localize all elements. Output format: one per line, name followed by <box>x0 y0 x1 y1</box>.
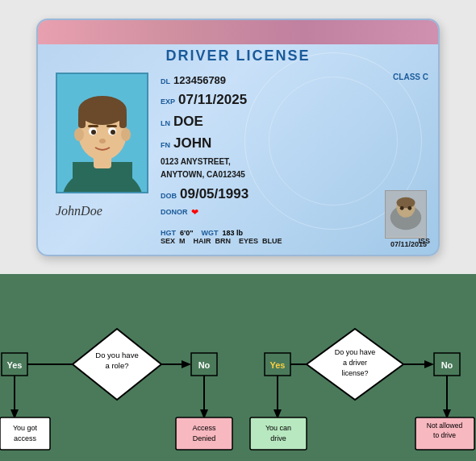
svg-text:Yes: Yes <box>270 360 286 370</box>
svg-point-20 <box>396 197 415 207</box>
svg-text:Access: Access <box>192 424 216 432</box>
svg-text:You can: You can <box>265 424 291 432</box>
svg-text:You got: You got <box>13 424 38 432</box>
card-title: DRIVER LICENSE <box>38 48 438 64</box>
svg-rect-15 <box>106 125 117 127</box>
signature: JohnDoe <box>56 204 148 218</box>
svg-rect-7 <box>119 110 127 128</box>
svg-rect-23 <box>0 274 476 461</box>
svg-text:to drive: to drive <box>433 431 456 439</box>
svg-text:No: No <box>441 360 453 370</box>
svg-point-12 <box>91 130 96 135</box>
svg-text:Do you have: Do you have <box>335 348 376 356</box>
small-photo <box>385 190 427 239</box>
svg-text:Yes: Yes <box>7 360 23 370</box>
svg-text:a role?: a role? <box>105 361 128 370</box>
eyes-info: EYES BLUE <box>239 237 282 245</box>
svg-rect-14 <box>88 125 98 127</box>
flowchart: Yes Do you have a role? No You got acces… <box>0 274 476 461</box>
svg-text:a driver: a driver <box>343 359 367 367</box>
top-section: DRIVER LICENSE CLASS C <box>0 0 476 274</box>
svg-rect-6 <box>78 110 86 128</box>
svg-text:access: access <box>14 434 37 442</box>
svg-rect-42 <box>176 417 232 450</box>
svg-point-16 <box>99 139 106 143</box>
svg-point-9 <box>121 128 131 141</box>
sex-info: SEX M <box>161 237 186 245</box>
svg-text:drive: drive <box>270 434 286 442</box>
svg-point-22 <box>407 206 411 210</box>
svg-point-21 <box>400 206 404 210</box>
photo-area <box>56 73 148 193</box>
hair-info: HAIR BRN <box>194 237 232 245</box>
svg-rect-59 <box>250 417 307 450</box>
svg-point-13 <box>111 130 115 135</box>
license-card: DRIVER LICENSE CLASS C <box>36 19 440 256</box>
card-top-bar <box>38 20 438 44</box>
svg-text:license?: license? <box>341 369 368 377</box>
heart-icon: ❤ <box>191 206 198 219</box>
svg-text:No: No <box>198 360 211 370</box>
hgt-info: HGT 6'0" <box>161 229 195 237</box>
svg-rect-37 <box>0 417 50 450</box>
svg-text:Denied: Denied <box>193 434 216 442</box>
svg-text:Do you have: Do you have <box>95 351 138 359</box>
bottom-section: Yes Do you have a role? No You got acces… <box>0 274 476 461</box>
svg-text:Not allowed: Not allowed <box>427 422 463 430</box>
iss-date: 07/11/2015 <box>390 240 427 248</box>
wgt-info: WGT 183 lb <box>201 229 243 237</box>
svg-point-8 <box>74 128 84 141</box>
